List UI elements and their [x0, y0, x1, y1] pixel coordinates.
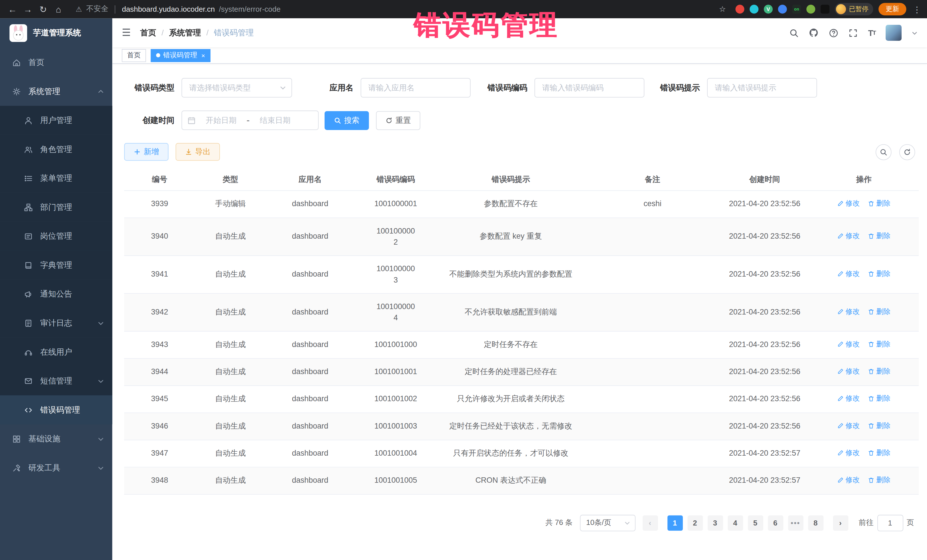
sidebar-item-label: 审计日志 [40, 318, 72, 328]
sidebar-item-notice[interactable]: 通知公告 [0, 279, 112, 308]
edit-button[interactable]: 修改 [837, 475, 860, 485]
reload-icon[interactable]: ↻ [35, 2, 51, 17]
sidebar-item-dev-tools[interactable]: 研发工具 [0, 453, 112, 483]
delete-button[interactable]: 删除 [868, 198, 891, 208]
prev-page-button[interactable]: ‹ [642, 515, 658, 530]
help-icon[interactable] [829, 28, 839, 37]
edit-button[interactable]: 修改 [837, 306, 860, 317]
date-start-input[interactable] [198, 116, 244, 124]
edit-button[interactable]: 修改 [837, 448, 860, 458]
delete-button[interactable]: 删除 [868, 231, 891, 241]
date-range-picker[interactable]: - [181, 111, 319, 130]
error-code-table: 编号类型应用名错误码编码错误码提示备注创建时间操作 3939手动编辑dashbo… [124, 169, 919, 495]
msg-input[interactable] [707, 78, 817, 97]
cell-type: 自动生成 [195, 223, 266, 249]
search-icon[interactable] [790, 28, 799, 37]
delete-button[interactable]: 删除 [868, 306, 891, 317]
add-button[interactable]: 新增 [124, 143, 168, 161]
search-button[interactable]: 搜索 [325, 111, 369, 130]
page-button-4[interactable]: 4 [727, 515, 743, 530]
refresh-table-button[interactable] [899, 144, 915, 160]
toggle-search-button[interactable] [876, 144, 892, 160]
app-input[interactable] [360, 78, 471, 97]
edit-button[interactable]: 修改 [837, 268, 860, 279]
edit-button[interactable]: 修改 [837, 339, 860, 349]
extension-icon-green[interactable] [806, 5, 815, 14]
gear-icon [12, 87, 21, 96]
delete-button[interactable]: 删除 [868, 366, 891, 376]
navbar-actions: TT [790, 25, 918, 41]
github-icon[interactable] [809, 28, 819, 38]
delete-button[interactable]: 删除 [868, 393, 891, 404]
edit-button[interactable]: 修改 [837, 198, 860, 208]
hamburger-icon[interactable]: ☰ [122, 27, 131, 39]
sidebar-item-home[interactable]: 首页 [0, 48, 112, 77]
delete-button[interactable]: 删除 [868, 268, 891, 279]
edit-button[interactable]: 修改 [837, 366, 860, 376]
font-size-icon[interactable]: TT [868, 28, 875, 37]
tags-bar: 首页 错误码管理 × [112, 47, 927, 64]
cell-created: 2021-04-20 23:52:56 [720, 359, 809, 385]
sidebar-item-system[interactable]: 系统管理 [0, 77, 112, 106]
edit-button[interactable]: 修改 [837, 420, 860, 431]
home-icon[interactable]: ⌂ [51, 2, 66, 17]
table-row: 3945自动生成dashboard1001001002只允许修改为开启或者关闭状… [124, 385, 919, 413]
sidebar-item-user[interactable]: 用户管理 [0, 106, 112, 135]
sidebar-item-role[interactable]: 角色管理 [0, 135, 112, 164]
pinned-extension-icon[interactable] [821, 5, 830, 14]
address-bar[interactable]: ⚠ 不安全 dashboard.yudao.iocoder.cn/system/… [76, 4, 715, 14]
sidebar-item-label: 系统管理 [28, 86, 60, 97]
next-page-button[interactable]: › [833, 515, 848, 530]
user-avatar[interactable] [886, 25, 902, 41]
page-button-5[interactable]: 5 [748, 515, 763, 530]
extension-icon-red[interactable] [736, 5, 744, 14]
code-input[interactable] [535, 78, 644, 97]
delete-button-label: 删除 [876, 420, 891, 431]
page-size-select[interactable]: 10条/页 [580, 514, 635, 531]
page-button-3[interactable]: 3 [707, 515, 723, 530]
page-button-6[interactable]: 6 [767, 515, 783, 530]
sidebar-item-menu[interactable]: 菜单管理 [0, 164, 112, 193]
vue-devtools-icon[interactable]: V [764, 5, 773, 14]
goto-input[interactable] [877, 514, 903, 531]
type-select[interactable]: 请选择错误码类型 [181, 78, 292, 97]
sidebar-item-online-user[interactable]: 在线用户 [0, 338, 112, 367]
sidebar-item-sms[interactable]: 短信管理 [0, 366, 112, 396]
page-ellipsis[interactable]: ••• [788, 515, 803, 530]
tag-close-icon[interactable]: × [201, 52, 205, 59]
tag-error-code[interactable]: 错误码管理 × [151, 49, 211, 62]
profile-chip[interactable]: 已暂停 [835, 3, 873, 15]
export-button[interactable]: 导出 [176, 143, 220, 161]
chevron-down-icon[interactable] [912, 30, 918, 36]
extension-icon-teal[interactable] [749, 5, 758, 14]
delete-button[interactable]: 删除 [868, 339, 891, 349]
forward-icon[interactable]: → [20, 2, 35, 17]
page-button-8[interactable]: 8 [808, 515, 823, 530]
edit-button[interactable]: 修改 [837, 231, 860, 241]
browser-menu-icon[interactable]: ⋮ [912, 5, 922, 14]
switch-extension-icon[interactable]: on [792, 5, 801, 14]
update-button[interactable]: 更新 [878, 3, 906, 15]
tag-home[interactable]: 首页 [122, 49, 146, 62]
breadcrumb-system[interactable]: 系统管理 [169, 27, 201, 38]
edit-button[interactable]: 修改 [837, 393, 860, 404]
breadcrumb-home[interactable]: 首页 [140, 27, 156, 38]
sidebar-item-post[interactable]: 岗位管理 [0, 222, 112, 250]
delete-button[interactable]: 删除 [868, 448, 891, 458]
delete-button[interactable]: 删除 [868, 475, 891, 485]
reset-button[interactable]: 重置 [376, 111, 420, 130]
fullscreen-icon[interactable] [849, 28, 858, 37]
delete-button[interactable]: 删除 [868, 420, 891, 431]
date-end-input[interactable] [252, 116, 298, 124]
page-button-2[interactable]: 2 [687, 515, 703, 530]
extension-icon-blue[interactable] [778, 5, 787, 14]
sidebar-item-dict[interactable]: 字典管理 [0, 250, 112, 280]
sidebar-item-infra[interactable]: 基础设施 [0, 424, 112, 453]
page-button-1[interactable]: 1 [667, 515, 682, 530]
bookmark-star-icon[interactable]: ☆ [715, 2, 730, 17]
sidebar-item-error-code[interactable]: 错误码管理 [0, 396, 112, 425]
back-icon[interactable]: ← [5, 2, 20, 17]
sidebar-item-audit-log[interactable]: 审计日志 [0, 308, 112, 338]
sidebar-item-dept[interactable]: 部门管理 [0, 193, 112, 222]
breadcrumb-current: 错误码管理 [214, 27, 254, 38]
